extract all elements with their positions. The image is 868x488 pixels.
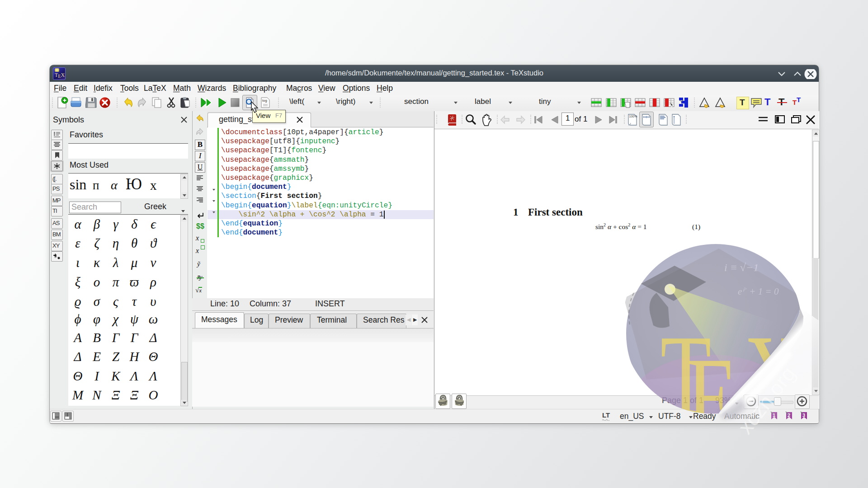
svg-text:i ≡ √−1: i ≡ √−1	[724, 262, 759, 273]
svg-text:eⁱʾ + 1 = 0: eⁱʾ + 1 = 0	[738, 286, 779, 297]
svg-text:100%: 100%	[629, 115, 637, 118]
svg-text:E: E	[687, 334, 738, 462]
svg-text:log: log	[262, 99, 267, 103]
